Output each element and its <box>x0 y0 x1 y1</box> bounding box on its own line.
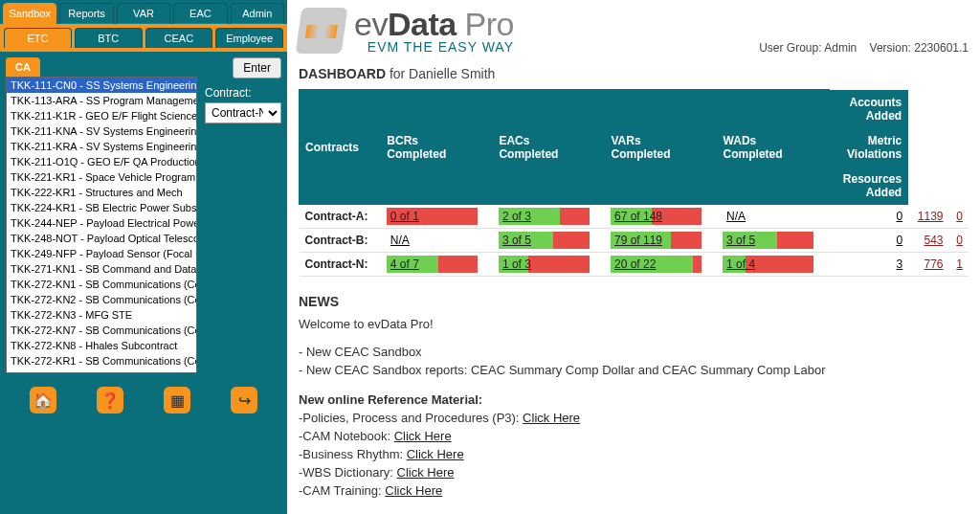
list-item[interactable]: TKK-271-KN1 - SB Command and Data Han <box>7 261 196 277</box>
table-row: Contract-B:N/A3 of 579 of 1193 of 505430 <box>300 229 969 253</box>
list-item[interactable]: TKK-272-KN7 - SB Communications (Comm <box>7 323 196 338</box>
cell-na[interactable]: N/A <box>387 233 413 248</box>
contract-label: Contract: <box>205 86 281 100</box>
progress-cell[interactable]: 20 of 22 <box>611 256 702 273</box>
col-header: AccountsAdded <box>830 90 909 128</box>
brand-text: evData Pro <box>354 6 514 43</box>
accounts-link[interactable]: 0 <box>896 210 902 223</box>
col-header: WADsCompleted <box>717 90 829 205</box>
progress-cell[interactable]: 79 of 119 <box>611 232 702 249</box>
sidebar-body: CA TKK-111-CN0 - SS Systems EngineeringT… <box>0 52 287 514</box>
sub-tab-ceac[interactable]: CEAC <box>145 28 213 48</box>
news-title: NEWS <box>299 294 969 309</box>
resources-link[interactable]: 0 <box>956 234 963 247</box>
top-tab-sandbox[interactable]: Sandbox <box>3 3 56 24</box>
ca-list[interactable]: TKK-111-CN0 - SS Systems EngineeringTKK-… <box>6 77 197 373</box>
sidebar: SandboxReportsVAREACAdmin ETCBTCCEACEmpl… <box>0 0 287 514</box>
row-label: Contract-A: <box>300 205 381 229</box>
news-item: - New CEAC Sandbox reports: CEAC Summary… <box>299 363 969 377</box>
grid-icon[interactable]: ▦ <box>164 387 190 413</box>
sub-tabs: ETCBTCCEACEmployee <box>0 24 287 52</box>
col-header: MetricViolations <box>830 128 909 167</box>
list-item[interactable]: TKK-222-KR1 - Structures and Mech <box>7 185 196 200</box>
ref-link[interactable]: Click Here <box>397 465 455 480</box>
progress-cell[interactable]: 3 of 5 <box>499 232 590 249</box>
list-item[interactable]: TKK-224-KR1 - SB Electric Power Subsyste <box>7 200 196 215</box>
ref-title: New online Reference Material: <box>299 392 482 407</box>
col-header: EACsCompleted <box>493 90 605 205</box>
ca-tab[interactable]: CA <box>6 57 40 77</box>
page-title: DASHBOARD for Danielle Smith <box>299 66 969 81</box>
list-item[interactable]: TKK-221-KR1 - Space Vehicle Program Man <box>7 169 196 185</box>
main-content: evData Pro EVM THE EASY WAY User Group: … <box>287 0 980 514</box>
dashboard-table: ContractsBCRsCompletedEACsCompletedVARsC… <box>299 89 969 277</box>
accounts-link[interactable]: 3 <box>896 257 902 271</box>
list-item[interactable]: TKK-272-KN3 - MFG STE <box>7 307 196 323</box>
news-section: NEWS Welcome to evData Pro! - New CEAC S… <box>299 294 969 502</box>
resources-link[interactable]: 0 <box>956 210 963 223</box>
list-item[interactable]: TKK-111-CN0 - SS Systems Engineering <box>7 78 196 93</box>
row-label: Contract-N: <box>300 253 381 277</box>
top-tab-var[interactable]: VAR <box>117 3 170 24</box>
table-row: Contract-N:4 of 71 of 320 of 221 of 4377… <box>300 253 969 277</box>
progress-cell[interactable]: 0 of 1 <box>387 208 478 225</box>
home-icon[interactable]: 🏠 <box>30 387 56 413</box>
contract-select[interactable]: Contract-N <box>205 102 281 123</box>
ref-link[interactable]: Click Here <box>407 447 464 461</box>
sub-tab-etc[interactable]: ETC <box>4 28 72 48</box>
list-item[interactable]: TKK-211-K1R - GEO E/F Flight Sciences NR <box>7 108 196 123</box>
news-item: - New CEAC Sandbox <box>299 345 969 359</box>
cell-na[interactable]: N/A <box>723 209 749 224</box>
col-header: BCRsCompleted <box>381 90 493 205</box>
col-header: ResourcesAdded <box>830 167 909 205</box>
progress-cell[interactable]: 2 of 3 <box>499 208 590 225</box>
ref-item: -CAM Training: Click Here <box>299 483 969 498</box>
col-header: Contracts <box>300 90 381 205</box>
progress-cell[interactable]: 1 of 4 <box>723 256 813 273</box>
header-meta: User Group: Admin Version: 2230601.1 <box>759 41 969 55</box>
ref-link[interactable]: Click Here <box>394 429 452 443</box>
progress-cell[interactable]: 4 of 7 <box>387 256 478 273</box>
list-item[interactable]: TKK-211-KRA - SV Systems Engineering <box>7 139 196 154</box>
exit-icon[interactable]: ↪ <box>231 387 257 413</box>
row-label: Contract-B: <box>300 229 381 253</box>
list-item[interactable]: TKK-272-KN2 - SB Communications (Comm <box>7 292 196 307</box>
list-item[interactable]: TKK-272-KN8 - Hhales Subcontract <box>7 338 196 353</box>
metric-violations-link[interactable]: 543 <box>924 234 943 247</box>
list-item[interactable]: TKK-211-O1Q - GEO E/F QA Production NR <box>7 154 196 169</box>
accounts-link[interactable]: 0 <box>896 234 902 247</box>
progress-cell[interactable]: 3 of 5 <box>723 232 813 249</box>
ref-item: -Business Rhythm: Click Here <box>299 447 969 461</box>
enter-button[interactable]: Enter <box>233 57 281 78</box>
list-item[interactable]: TKK-249-NFP - Payload Sensor (Focal Plan… <box>7 246 196 261</box>
top-tab-reports[interactable]: Reports <box>59 3 113 24</box>
progress-cell[interactable]: 1 of 3 <box>499 256 590 273</box>
col-header: VARsCompleted <box>605 90 717 205</box>
tagline: EVM THE EASY WAY <box>354 39 514 55</box>
sub-tab-btc[interactable]: BTC <box>75 28 143 48</box>
ref-item: -Policies, Process and Procedures (P3): … <box>299 411 969 425</box>
progress-cell[interactable]: 67 of 148 <box>611 208 702 225</box>
list-item[interactable]: TKK-113-ARA - SS Program Management <box>7 93 196 108</box>
list-item[interactable]: TKK-272-KR2 - SB Communications (Comm <box>7 369 196 373</box>
icon-toolbar: 🏠 ❓ ▦ ↪ <box>6 379 281 417</box>
news-welcome: Welcome to evData Pro! <box>299 317 969 331</box>
metric-violations-link[interactable]: 1139 <box>918 210 944 223</box>
list-item[interactable]: TKK-248-NOT - Payload Optical Telescope … <box>7 231 196 246</box>
top-tab-admin[interactable]: Admin <box>231 3 284 24</box>
logo-block: evData Pro EVM THE EASY WAY <box>299 6 514 55</box>
top-tab-eac[interactable]: EAC <box>173 3 227 24</box>
ref-item: -WBS Dictionary: Click Here <box>299 465 969 480</box>
ref-link[interactable]: Click Here <box>523 411 580 425</box>
metric-violations-link[interactable]: 776 <box>924 257 943 271</box>
help-icon[interactable]: ❓ <box>97 387 123 413</box>
list-item[interactable]: TKK-211-KNA - SV Systems Engineering <box>7 123 196 139</box>
list-item[interactable]: TKK-272-KN1 - SB Communications (Comm <box>7 277 196 292</box>
list-item[interactable]: TKK-272-KR1 - SB Communications (Comm <box>7 353 196 369</box>
contract-block: Contract: Contract-N <box>205 86 281 123</box>
table-header-row: ContractsBCRsCompletedEACsCompletedVARsC… <box>300 90 969 205</box>
resources-link[interactable]: 1 <box>956 257 963 271</box>
ref-link[interactable]: Click Here <box>385 483 442 498</box>
sub-tab-employee[interactable]: Employee <box>215 28 283 48</box>
list-item[interactable]: TKK-244-NEP - Payload Electrical Power S… <box>7 215 196 231</box>
